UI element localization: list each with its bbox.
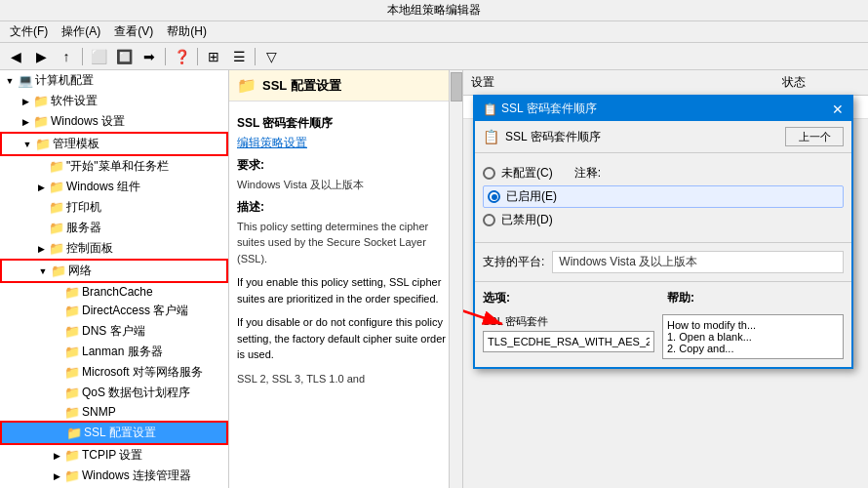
arrow-snmp bbox=[49, 407, 64, 417]
sidebar-item-lanman[interactable]: 📁 Lanman 服务器 bbox=[0, 342, 228, 362]
dialog-divider bbox=[475, 242, 851, 243]
menu-file[interactable]: 文件(F) bbox=[4, 21, 54, 42]
network-icon: 📁 bbox=[51, 264, 66, 278]
sidebar-item-windows-settings[interactable]: ▶ 📁 Windows 设置 bbox=[0, 111, 228, 132]
dialog-bottom-row: SSL 密码套件 How to modify th... 1. Open a b… bbox=[475, 314, 851, 367]
qos-icon: 📁 bbox=[64, 386, 80, 400]
dialog-platform-row: 支持的平台: Windows Vista 及以上版本 bbox=[475, 247, 851, 277]
dialog-scroll-button[interactable]: 上一个 bbox=[785, 127, 844, 146]
arrow-directaccess bbox=[49, 306, 64, 316]
sidebar-label-microsoft-peer: Microsoft 对等网络服务 bbox=[82, 364, 203, 381]
export-button[interactable]: ➡ bbox=[138, 46, 161, 67]
dialog-header-label: SSL 密码套件顺序 bbox=[505, 129, 601, 145]
sidebar-item-network[interactable]: ▼ 📁 网络 bbox=[0, 259, 228, 283]
arrow-windows-settings: ▶ bbox=[18, 117, 33, 127]
middle-scrollbar[interactable] bbox=[449, 70, 462, 488]
describe-text: This policy setting determines the ciphe… bbox=[237, 219, 454, 267]
help-box: How to modify th... 1. Open a blank... 2… bbox=[662, 314, 844, 359]
menu-view[interactable]: 查看(V) bbox=[108, 21, 159, 42]
menu-action[interactable]: 操作(A) bbox=[56, 21, 106, 42]
menu-help[interactable]: 帮助(H) bbox=[161, 21, 213, 42]
radio-label-disabled: 已禁用(D) bbox=[501, 212, 553, 228]
filter-button[interactable]: ▽ bbox=[259, 46, 283, 67]
middle-section-title: SSL 密码套件顺序 bbox=[237, 115, 454, 132]
windows-components-icon: 📁 bbox=[49, 181, 64, 194]
refresh-button[interactable]: 🔲 bbox=[112, 46, 136, 67]
up-button[interactable]: ↑ bbox=[55, 46, 78, 67]
sidebar-label-network: 网络 bbox=[68, 263, 92, 279]
settings-header-labels: 设置 状态 bbox=[471, 74, 860, 91]
options-help-header: 选项: 帮助: bbox=[475, 286, 851, 314]
sidebar-item-windows-connect-mgr[interactable]: ▶ 📁 Windows 连接管理器 bbox=[0, 466, 228, 486]
footer-text: SSL 2, SSL 3, TLS 1.0 and bbox=[237, 371, 454, 387]
arrow-network: ▼ bbox=[35, 266, 51, 276]
options-label: 选项: bbox=[483, 290, 659, 306]
sidebar-item-startmenu[interactable]: 📁 "开始"菜单和任务栏 bbox=[0, 156, 228, 177]
arrow-ssl bbox=[51, 428, 66, 438]
forward-button[interactable]: ▶ bbox=[29, 46, 53, 67]
startmenu-icon: 📁 bbox=[49, 160, 64, 174]
sidebar-item-computer[interactable]: ▼ 💻 计算机配置 bbox=[0, 70, 228, 91]
admin-templates-icon: 📁 bbox=[35, 138, 51, 151]
sidebar-item-controlpanel[interactable]: ▶ 📁 控制面板 bbox=[0, 238, 228, 259]
toolbar-separator-4 bbox=[255, 48, 256, 65]
sidebar-label-startmenu: "开始"菜单和任务栏 bbox=[66, 158, 169, 175]
arrow-software: ▶ bbox=[18, 97, 33, 106]
sidebar-item-qos[interactable]: 📁 QoS 数据包计划程序 bbox=[0, 383, 228, 403]
sidebar-item-directaccess[interactable]: 📁 DirectAccess 客户端 bbox=[0, 301, 228, 321]
sidebar-item-ssl[interactable]: 📁 SSL 配置设置 bbox=[0, 421, 228, 445]
radio-enabled[interactable] bbox=[488, 190, 500, 203]
sidebar-label-snmp: SNMP bbox=[82, 405, 116, 419]
back-button[interactable]: ◀ bbox=[4, 46, 27, 67]
sidebar-item-branchcache[interactable]: 📁 BranchCache bbox=[0, 283, 228, 301]
windows-connect-mgr-icon: 📁 bbox=[64, 469, 80, 483]
require-value: Windows Vista 及以上版本 bbox=[237, 177, 454, 193]
settings-header: 设置 状态 bbox=[463, 70, 868, 96]
arrow-controlpanel: ▶ bbox=[33, 244, 49, 254]
radio-row-unconfigured[interactable]: 未配置(C) 注释: bbox=[483, 165, 844, 182]
arrow-server bbox=[33, 224, 49, 233]
radio-label-enabled: 已启用(E) bbox=[506, 188, 557, 205]
show-hide-button[interactable]: ⬜ bbox=[87, 46, 110, 67]
toolbar-separator-2 bbox=[165, 48, 166, 65]
dns-icon: 📁 bbox=[64, 325, 80, 339]
middle-header-title: SSL 配置设置 bbox=[262, 77, 341, 95]
sidebar-item-microsoft-peer[interactable]: 📁 Microsoft 对等网络服务 bbox=[0, 362, 228, 383]
sidebar-item-tcpip[interactable]: ▶ 📁 TCPIP 设置 bbox=[0, 445, 228, 466]
view-button-2[interactable]: ☰ bbox=[227, 46, 251, 67]
window-title: 本地组策略编辑器 bbox=[387, 2, 481, 19]
windows-settings-icon: 📁 bbox=[33, 115, 49, 129]
help-button[interactable]: ❓ bbox=[170, 46, 193, 67]
dialog-titlebar-icon: 📋 bbox=[483, 102, 497, 116]
sidebar-item-server[interactable]: 📁 服务器 bbox=[0, 218, 228, 238]
arrow-lanman bbox=[49, 347, 64, 357]
radio-row-enabled[interactable]: 已启用(E) bbox=[483, 185, 844, 208]
snmp-icon: 📁 bbox=[64, 405, 80, 419]
sidebar-item-printer[interactable]: 📁 打印机 bbox=[0, 197, 228, 218]
sidebar-label-branchcache: BranchCache bbox=[82, 285, 153, 299]
sidebar-item-snmp[interactable]: 📁 SNMP bbox=[0, 403, 228, 421]
arrow-printer bbox=[33, 203, 49, 213]
sidebar-item-dns[interactable]: 📁 DNS 客户端 bbox=[0, 321, 228, 342]
middle-panel: 📁 SSL 配置设置 SSL 密码套件顺序 编辑策略设置 要求: Windows… bbox=[229, 70, 463, 488]
toolbar: ◀ ▶ ↑ ⬜ 🔲 ➡ ❓ ⊞ ☰ ▽ bbox=[0, 43, 868, 70]
enable-text: If you enable this policy setting, SSL c… bbox=[237, 274, 454, 306]
sidebar-item-windows-components[interactable]: ▶ 📁 Windows 组件 bbox=[0, 177, 228, 197]
dialog: 📋 SSL 密码套件顺序 ✕ 📋 SSL 密码套件顺序 上一个 未配置(C) 注… bbox=[473, 95, 853, 369]
sidebar-label-dns: DNS 客户端 bbox=[82, 323, 145, 340]
radio-row-disabled[interactable]: 已禁用(D) bbox=[483, 212, 844, 228]
ssl-icon: 📁 bbox=[66, 427, 82, 440]
arrow-windows-connect-mgr: ▶ bbox=[49, 471, 64, 481]
radio-unconfigured[interactable] bbox=[483, 167, 495, 180]
radio-disabled[interactable] bbox=[483, 214, 495, 226]
help-label: 帮助: bbox=[667, 290, 844, 306]
lanman-icon: 📁 bbox=[64, 346, 80, 359]
view-button-1[interactable]: ⊞ bbox=[202, 46, 225, 67]
edit-policy-link[interactable]: 编辑策略设置 bbox=[237, 136, 307, 149]
ssl-input[interactable] bbox=[483, 331, 654, 352]
sidebar-label-computer: 计算机配置 bbox=[35, 72, 94, 89]
dialog-close-button[interactable]: ✕ bbox=[832, 102, 844, 117]
help-text: How to modify th... bbox=[667, 319, 839, 331]
sidebar-item-software[interactable]: ▶ 📁 软件设置 bbox=[0, 91, 228, 111]
sidebar-item-admin-templates[interactable]: ▼ 📁 管理模板 bbox=[0, 132, 228, 156]
